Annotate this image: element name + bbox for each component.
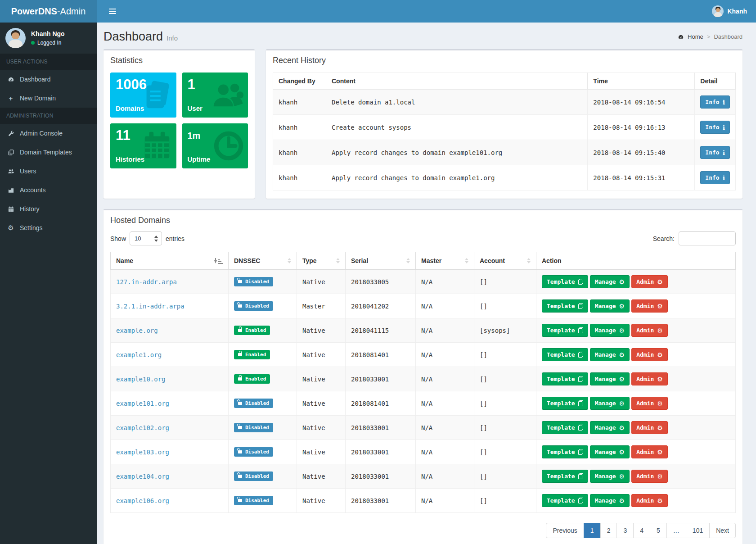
cell-serial: 2018033001 [346,440,416,464]
domain-link[interactable]: example103.org [116,449,169,456]
manage-button[interactable]: Manage⚙ [590,372,630,385]
column-header-serial[interactable]: Serial [346,252,416,270]
stat-value: 1006 [116,77,171,92]
domain-link[interactable]: example102.org [116,424,169,431]
template-button[interactable]: Template [542,348,588,361]
pagination-page-3[interactable]: 3 [616,523,634,538]
pagination-next[interactable]: Next [709,523,736,538]
sidebar-item-settings[interactable]: ⚙ Settings [0,218,97,237]
users-icon [7,168,15,175]
sidebar-item-users[interactable]: Users [0,162,97,181]
admin-button[interactable]: Admin⚙ [631,470,668,483]
sidebar-item-admin-console[interactable]: Admin Console [0,124,97,143]
cell-time: 2018-08-14 09:16:13 [588,115,695,140]
page-size-select[interactable]: 10 [130,231,162,245]
brand-bold: PowerDNS [11,6,57,17]
pagination-page-5[interactable]: 5 [650,523,667,538]
brand-logo[interactable]: PowerDNS-Admin [0,0,97,23]
cell-master: N/A [416,416,474,440]
cell-type: Native [297,391,346,416]
column-header-account[interactable]: Account [474,252,536,270]
template-button[interactable]: Template [542,275,588,288]
pagination-page-2[interactable]: 2 [600,523,617,538]
admin-button[interactable]: Admin⚙ [631,494,668,507]
lock-icon [238,499,242,502]
manage-button[interactable]: Manage⚙ [590,324,630,337]
pagination-page-1[interactable]: 1 [584,523,601,538]
pagination-page-101[interactable]: 101 [686,523,710,538]
info-button[interactable]: Infoℹ [700,95,730,109]
dashboard-gauge-icon [7,76,15,83]
domain-link[interactable]: example.org [116,327,158,334]
manage-button[interactable]: Manage⚙ [590,348,630,361]
admin-button[interactable]: Admin⚙ [631,299,668,313]
manage-button[interactable]: Manage⚙ [590,470,630,483]
info-button[interactable]: Infoℹ [700,171,730,184]
cell-type: Native [297,343,346,367]
admin-button[interactable]: Admin⚙ [631,275,668,288]
stat-box-domains: 1006 Domains [110,73,176,118]
cell-account: [] [474,343,536,367]
column-header-dnssec[interactable]: DNSSEC [229,252,297,270]
template-button[interactable]: Template [542,299,588,313]
admin-button[interactable]: Admin⚙ [631,348,668,361]
pagination-page-4[interactable]: 4 [633,523,650,538]
domain-link[interactable]: 127.in-addr.arpa [116,278,177,286]
dnssec-badge: Enabled [234,374,270,384]
template-button[interactable]: Template [542,372,588,385]
cell-serial: 2018081401 [346,343,416,367]
manage-button[interactable]: Manage⚙ [590,299,630,313]
sort-icon [406,258,410,263]
domain-link[interactable]: example104.org [116,473,169,480]
info-button[interactable]: Infoℹ [700,146,730,159]
template-button[interactable]: Template [542,397,588,410]
template-button[interactable]: Template [542,421,588,434]
manage-button[interactable]: Manage⚙ [590,494,630,507]
admin-button[interactable]: Admin⚙ [631,445,668,458]
domain-link[interactable]: 3.2.1.in-addr.arpa [116,303,184,310]
copy-icon [578,376,583,382]
manage-button[interactable]: Manage⚙ [590,445,630,458]
admin-button[interactable]: Admin⚙ [631,324,668,337]
domain-link[interactable]: example101.org [116,400,169,407]
table-row: example101.org Disabled Native 201808140… [111,391,736,416]
sidebar-item-new-domain[interactable]: + New Domain [0,89,97,108]
admin-button[interactable]: Admin⚙ [631,372,668,385]
page-title: DashboardInfo [104,30,178,44]
gear-icon: ⚙ [657,498,663,504]
pagination-previous[interactable]: Previous [546,523,584,538]
admin-button[interactable]: Admin⚙ [631,397,668,410]
column-header-type[interactable]: Type [297,252,346,270]
sidebar-toggle-button[interactable] [104,0,122,23]
sidebar-item-dashboard[interactable]: Dashboard [0,70,97,89]
sidebar-item-history[interactable]: History [0,199,97,218]
stat-label: Uptime [188,155,211,163]
domain-link[interactable]: example1.org [116,351,162,358]
domain-link[interactable]: example106.org [116,497,169,504]
admin-button[interactable]: Admin⚙ [631,421,668,434]
template-button[interactable]: Template [542,470,588,483]
manage-button[interactable]: Manage⚙ [590,397,630,410]
info-button[interactable]: Infoℹ [700,121,730,134]
gear-icon: ⚙ [657,473,663,480]
sidebar-item-domain-templates[interactable]: Domain Templates [0,143,97,162]
cell-account: [] [474,367,536,391]
info-icon: ℹ [723,175,725,181]
page-subtitle: Info [166,34,178,42]
cell-type: Native [297,464,346,489]
search-label: Search: [653,235,675,242]
template-button[interactable]: Template [542,324,588,337]
template-button[interactable]: Template [542,494,588,507]
column-header-name[interactable]: Name [111,252,229,270]
breadcrumb-home-link[interactable]: Home [688,33,703,40]
sidebar-item-accounts[interactable]: Accounts [0,181,97,199]
stat-box-uptime: 1m Uptime [182,123,248,168]
column-header-master[interactable]: Master [416,252,474,270]
user-menu[interactable]: Khanh [710,0,749,23]
copy-icon [578,303,583,309]
manage-button[interactable]: Manage⚙ [590,275,630,288]
search-input[interactable] [679,231,736,245]
manage-button[interactable]: Manage⚙ [590,421,630,434]
template-button[interactable]: Template [542,445,588,458]
domain-link[interactable]: example10.org [116,376,166,383]
